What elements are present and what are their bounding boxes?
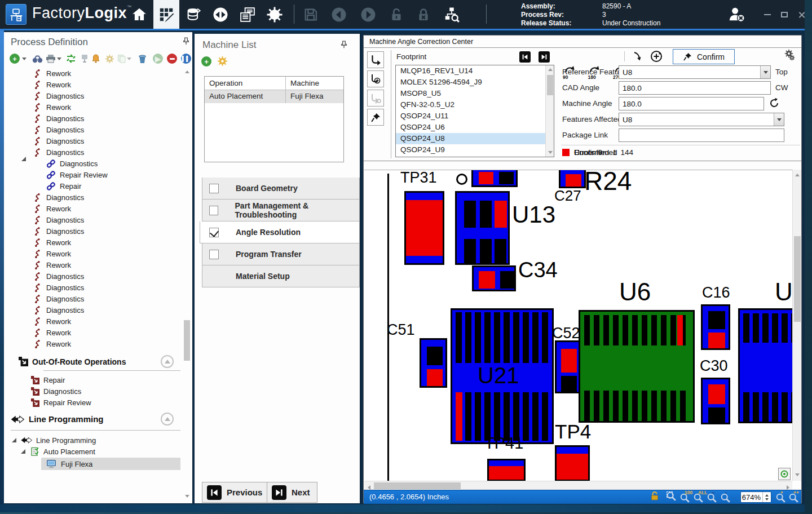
copy-dropdown-caret[interactable] [126, 52, 133, 65]
column-operation[interactable]: Operation [205, 77, 286, 90]
auto-placement-node[interactable]: Auto Placement [21, 446, 95, 457]
wizard-step[interactable]: Part Management & Troubleshooting [202, 200, 360, 221]
footprint-item[interactable]: QFN-32-0.5_U2 [396, 99, 554, 110]
pcb-component-u21[interactable]: U21 [451, 308, 554, 444]
collapse-out-of-route-button[interactable] [161, 355, 174, 368]
minimize-button[interactable] [760, 8, 775, 21]
footprint-scrollbar[interactable] [545, 65, 554, 157]
save-button[interactable] [298, 0, 324, 29]
home-button[interactable] [126, 0, 152, 29]
zoom-in-double-button[interactable]: ++ [788, 491, 801, 503]
pcb-component-c34[interactable] [472, 265, 516, 291]
process-tree-scrollbar[interactable] [183, 68, 191, 500]
zoom-lock-button[interactable] [650, 491, 663, 503]
tree-item[interactable]: Repair Review [4, 169, 182, 180]
overview-button[interactable] [778, 468, 791, 480]
tree-item[interactable]: Diagnostics [4, 147, 182, 158]
dropdown-arrow-icon[interactable] [774, 113, 784, 126]
forward-button[interactable] [355, 0, 381, 29]
tree-item[interactable]: Rework [4, 327, 182, 338]
print-dropdown-caret[interactable] [56, 52, 63, 65]
step-checkbox[interactable] [209, 206, 218, 215]
tree-item[interactable]: Diagnostics [4, 271, 182, 282]
scroll-up-arrow[interactable] [183, 68, 191, 76]
pcb-canvas[interactable]: TP31 U13 C34 C27 R24 U6 [364, 170, 792, 481]
scroll-down-arrow[interactable] [546, 148, 554, 157]
stop-button[interactable] [166, 52, 178, 65]
pcb-component-c30[interactable] [701, 378, 730, 424]
add-dropdown-caret[interactable] [21, 52, 28, 65]
find-binoculars-button[interactable] [31, 52, 43, 65]
bell-button[interactable] [90, 52, 102, 65]
tree-item[interactable]: Diagnostics [4, 304, 182, 316]
zoom-spinner-arrows[interactable] [762, 492, 771, 502]
rotate-selection-button[interactable] [367, 51, 384, 68]
tree-item[interactable]: Rework [4, 237, 182, 248]
expander-icon[interactable] [21, 148, 26, 157]
pin-icon[interactable] [340, 41, 348, 48]
zoom-window-button[interactable] [666, 491, 679, 503]
zoom-level-spinner[interactable]: 674% [740, 491, 771, 503]
fuji-flexa-node[interactable]: Fuji Flexa [41, 458, 180, 470]
lock-revoke-button[interactable] [411, 0, 436, 29]
rotate-circle-button[interactable] [650, 50, 663, 63]
wizard-step[interactable]: Program Transfer [202, 243, 360, 265]
pcb-component-c27[interactable] [559, 170, 586, 188]
tree-item[interactable]: Diagnostics [4, 293, 182, 304]
canvas-vertical-scrollbar[interactable] [792, 170, 801, 481]
tree-item[interactable]: Diagnostics [4, 214, 182, 225]
package-link-input[interactable] [619, 128, 784, 142]
tree-item[interactable]: Rework [4, 316, 182, 327]
pcb-component-top[interactable] [471, 170, 518, 187]
pin-dart-button[interactable] [367, 109, 384, 126]
out-of-route-item[interactable]: Diagnostics [4, 386, 182, 397]
tree-item[interactable]: Diagnostics [4, 282, 182, 293]
tree-item[interactable]: Repair [4, 180, 182, 192]
pcb-component-c51[interactable] [420, 338, 447, 388]
scrollbar-thumb[interactable] [794, 236, 801, 322]
back-button[interactable] [326, 0, 352, 29]
arrow-tool-button[interactable] [632, 51, 643, 62]
delete-operation-button[interactable] [136, 52, 148, 65]
user-logout-button[interactable] [722, 0, 751, 29]
tree-item[interactable]: Rework [4, 79, 182, 90]
process-search-button[interactable] [439, 0, 465, 29]
add-machine-button[interactable]: + [201, 56, 211, 67]
collapse-line-programming-button[interactable] [161, 413, 174, 426]
wizard-step[interactable]: Angle Resolution [200, 221, 360, 243]
footprint-item[interactable]: QSOP24_U8 [396, 133, 554, 144]
scroll-down-arrow[interactable] [793, 471, 802, 479]
scroll-down-arrow[interactable] [183, 492, 191, 500]
footprint-previous-button[interactable] [519, 51, 531, 63]
documents-button[interactable] [235, 0, 261, 29]
tree-item[interactable]: Rework [4, 203, 182, 214]
out-of-route-item[interactable]: Repair Review [4, 397, 182, 408]
wizard-step[interactable]: Board Geometry [202, 178, 360, 200]
rotate-add-button[interactable] [367, 70, 384, 87]
pcb-component-c16[interactable] [701, 304, 730, 350]
transfer-button[interactable] [208, 0, 233, 29]
tree-item[interactable]: Diagnostics [4, 135, 182, 147]
scrollbar-thumb[interactable] [374, 482, 461, 489]
maximize-button[interactable] [777, 8, 792, 21]
transfer-angle-button-disabled[interactable] [367, 90, 384, 107]
zoom-all-button[interactable]: ALL [693, 491, 706, 503]
add-operation-button[interactable]: + [8, 52, 21, 65]
features-affected-combo[interactable]: U8 [619, 113, 784, 126]
footprint-item[interactable]: MOLEX 51296-4594_J9 [396, 77, 554, 88]
line-programming-root[interactable]: Line Programming [12, 435, 96, 446]
footprint-item[interactable]: QSOP24_U6 [396, 122, 554, 133]
expander-icon[interactable] [21, 449, 25, 454]
tree-item[interactable]: Diagnostics [4, 124, 182, 135]
footprint-item[interactable]: QSOP24_U9 [396, 144, 554, 156]
machine-angle-refresh-button[interactable] [769, 98, 780, 109]
zoom-out-button[interactable]: - [720, 491, 733, 503]
unlock-button[interactable] [383, 0, 409, 29]
step-checkbox[interactable] [209, 184, 219, 193]
activate-button[interactable]: ▶ [152, 52, 164, 65]
pcb-fiducial-ring[interactable] [456, 174, 467, 185]
pcb-component-u13[interactable] [455, 191, 510, 265]
reorder-operations-button[interactable] [65, 52, 77, 65]
machine-table-row[interactable]: Auto Placement Fuji Flexa [205, 90, 343, 103]
pcb-component-u6[interactable] [579, 310, 695, 423]
